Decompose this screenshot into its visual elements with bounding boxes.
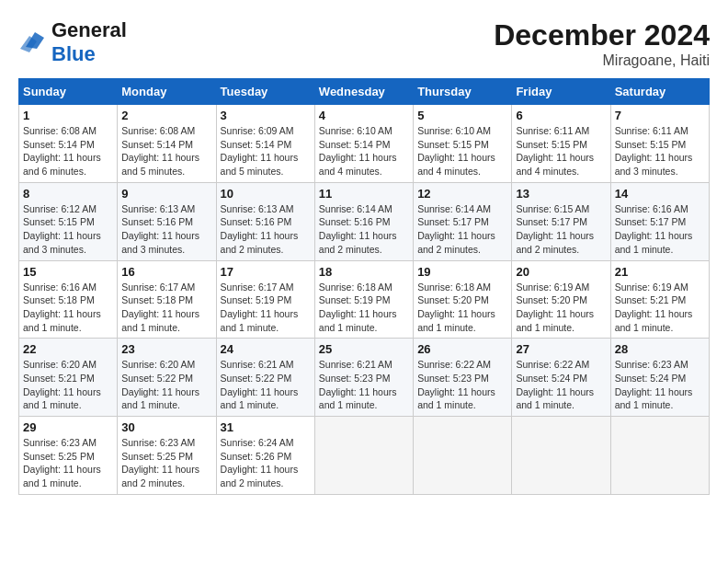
calendar-cell: 23Sunrise: 6:20 AMSunset: 5:22 PMDayligh… bbox=[118, 339, 216, 417]
day-info: Sunrise: 6:17 AMSunset: 5:18 PMDaylight:… bbox=[121, 281, 211, 335]
calendar-cell: 15Sunrise: 6:16 AMSunset: 5:18 PMDayligh… bbox=[19, 260, 118, 339]
day-number: 22 bbox=[23, 342, 113, 356]
calendar-cell: 9Sunrise: 6:13 AMSunset: 5:16 PMDaylight… bbox=[118, 182, 216, 260]
day-number: 14 bbox=[615, 187, 705, 201]
calendar-cell: 12Sunrise: 6:14 AMSunset: 5:17 PMDayligh… bbox=[414, 182, 512, 260]
day-info: Sunrise: 6:20 AMSunset: 5:21 PMDaylight:… bbox=[23, 358, 113, 412]
day-info: Sunrise: 6:23 AMSunset: 5:25 PMDaylight:… bbox=[23, 436, 113, 490]
day-info: Sunrise: 6:15 AMSunset: 5:17 PMDaylight:… bbox=[516, 202, 606, 257]
calendar-cell: 22Sunrise: 6:20 AMSunset: 5:21 PMDayligh… bbox=[19, 339, 118, 417]
day-info: Sunrise: 6:23 AMSunset: 5:25 PMDaylight:… bbox=[121, 436, 211, 490]
calendar-cell: 11Sunrise: 6:14 AMSunset: 5:16 PMDayligh… bbox=[314, 182, 413, 260]
day-number: 31 bbox=[221, 420, 311, 434]
calendar-cell: 30Sunrise: 6:23 AMSunset: 5:25 PMDayligh… bbox=[118, 417, 216, 495]
day-info: Sunrise: 6:19 AMSunset: 5:20 PMDaylight:… bbox=[516, 281, 606, 335]
day-number: 8 bbox=[23, 187, 113, 201]
day-info: Sunrise: 6:17 AMSunset: 5:19 PMDaylight:… bbox=[221, 281, 311, 335]
day-number: 19 bbox=[417, 265, 507, 279]
day-number: 23 bbox=[121, 342, 211, 356]
logo-icon bbox=[18, 29, 46, 56]
day-info: Sunrise: 6:08 AMSunset: 5:14 PMDaylight:… bbox=[23, 124, 113, 178]
day-number: 4 bbox=[319, 109, 409, 122]
calendar-cell bbox=[414, 417, 512, 495]
calendar-cell: 18Sunrise: 6:18 AMSunset: 5:19 PMDayligh… bbox=[314, 260, 413, 339]
calendar-cell: 6Sunrise: 6:11 AMSunset: 5:15 PMDaylight… bbox=[512, 105, 610, 183]
day-number: 5 bbox=[417, 109, 507, 122]
day-info: Sunrise: 6:14 AMSunset: 5:16 PMDaylight:… bbox=[319, 202, 409, 257]
calendar-week-3: 15Sunrise: 6:16 AMSunset: 5:18 PMDayligh… bbox=[19, 260, 710, 339]
day-number: 29 bbox=[23, 420, 113, 434]
day-info: Sunrise: 6:11 AMSunset: 5:15 PMDaylight:… bbox=[516, 124, 606, 178]
calendar-cell: 16Sunrise: 6:17 AMSunset: 5:18 PMDayligh… bbox=[118, 260, 216, 339]
day-number: 10 bbox=[221, 187, 311, 201]
column-header-wednesday: Wednesday bbox=[314, 79, 413, 105]
calendar-week-4: 22Sunrise: 6:20 AMSunset: 5:21 PMDayligh… bbox=[19, 339, 710, 417]
column-header-saturday: Saturday bbox=[610, 79, 709, 105]
day-number: 13 bbox=[516, 187, 606, 201]
calendar-cell: 24Sunrise: 6:21 AMSunset: 5:22 PMDayligh… bbox=[216, 339, 314, 417]
day-number: 28 bbox=[615, 342, 705, 356]
calendar-cell: 2Sunrise: 6:08 AMSunset: 5:14 PMDaylight… bbox=[118, 105, 216, 183]
day-info: Sunrise: 6:18 AMSunset: 5:20 PMDaylight:… bbox=[417, 281, 507, 335]
calendar-cell: 1Sunrise: 6:08 AMSunset: 5:14 PMDaylight… bbox=[19, 105, 118, 183]
title-area: December 2024 Miragoane, Haiti bbox=[494, 18, 710, 69]
day-info: Sunrise: 6:14 AMSunset: 5:17 PMDaylight:… bbox=[417, 202, 507, 257]
calendar-cell: 13Sunrise: 6:15 AMSunset: 5:17 PMDayligh… bbox=[512, 182, 610, 260]
day-info: Sunrise: 6:16 AMSunset: 5:17 PMDaylight:… bbox=[615, 202, 705, 257]
calendar-cell: 10Sunrise: 6:13 AMSunset: 5:16 PMDayligh… bbox=[216, 182, 314, 260]
calendar-header-row: SundayMondayTuesdayWednesdayThursdayFrid… bbox=[19, 79, 710, 105]
day-info: Sunrise: 6:12 AMSunset: 5:15 PMDaylight:… bbox=[23, 202, 113, 257]
logo: General Blue bbox=[18, 18, 127, 66]
calendar-cell: 26Sunrise: 6:22 AMSunset: 5:23 PMDayligh… bbox=[414, 339, 512, 417]
day-info: Sunrise: 6:22 AMSunset: 5:23 PMDaylight:… bbox=[417, 358, 507, 412]
calendar-cell: 5Sunrise: 6:10 AMSunset: 5:15 PMDaylight… bbox=[414, 105, 512, 183]
calendar-cell: 31Sunrise: 6:24 AMSunset: 5:26 PMDayligh… bbox=[216, 417, 314, 495]
day-info: Sunrise: 6:09 AMSunset: 5:14 PMDaylight:… bbox=[221, 124, 311, 178]
day-number: 9 bbox=[121, 187, 211, 201]
day-info: Sunrise: 6:13 AMSunset: 5:16 PMDaylight:… bbox=[121, 202, 211, 257]
column-header-thursday: Thursday bbox=[414, 79, 512, 105]
calendar-cell: 7Sunrise: 6:11 AMSunset: 5:15 PMDaylight… bbox=[610, 105, 709, 183]
day-number: 24 bbox=[221, 342, 311, 356]
day-info: Sunrise: 6:10 AMSunset: 5:14 PMDaylight:… bbox=[319, 124, 409, 178]
day-number: 15 bbox=[23, 265, 113, 279]
day-number: 18 bbox=[319, 265, 409, 279]
day-number: 2 bbox=[121, 109, 211, 122]
column-header-tuesday: Tuesday bbox=[216, 79, 314, 105]
day-number: 6 bbox=[516, 109, 606, 122]
column-header-friday: Friday bbox=[512, 79, 610, 105]
column-header-sunday: Sunday bbox=[19, 79, 118, 105]
day-number: 30 bbox=[121, 420, 211, 434]
calendar-cell: 25Sunrise: 6:21 AMSunset: 5:23 PMDayligh… bbox=[314, 339, 413, 417]
calendar-week-2: 8Sunrise: 6:12 AMSunset: 5:15 PMDaylight… bbox=[19, 182, 710, 260]
day-number: 27 bbox=[516, 342, 606, 356]
calendar-cell: 29Sunrise: 6:23 AMSunset: 5:25 PMDayligh… bbox=[19, 417, 118, 495]
logo-blue: Blue bbox=[51, 42, 96, 65]
day-info: Sunrise: 6:16 AMSunset: 5:18 PMDaylight:… bbox=[23, 281, 113, 335]
day-info: Sunrise: 6:13 AMSunset: 5:16 PMDaylight:… bbox=[221, 202, 311, 257]
calendar-week-1: 1Sunrise: 6:08 AMSunset: 5:14 PMDaylight… bbox=[19, 105, 710, 183]
calendar-cell: 21Sunrise: 6:19 AMSunset: 5:21 PMDayligh… bbox=[610, 260, 709, 339]
day-number: 20 bbox=[516, 265, 606, 279]
day-number: 25 bbox=[319, 342, 409, 356]
day-number: 17 bbox=[221, 265, 311, 279]
calendar-cell bbox=[314, 417, 413, 495]
calendar-table: SundayMondayTuesdayWednesdayThursdayFrid… bbox=[18, 78, 710, 495]
calendar-cell: 14Sunrise: 6:16 AMSunset: 5:17 PMDayligh… bbox=[610, 182, 709, 260]
calendar-cell: 8Sunrise: 6:12 AMSunset: 5:15 PMDaylight… bbox=[19, 182, 118, 260]
calendar-cell: 20Sunrise: 6:19 AMSunset: 5:20 PMDayligh… bbox=[512, 260, 610, 339]
day-number: 21 bbox=[615, 265, 705, 279]
day-info: Sunrise: 6:10 AMSunset: 5:15 PMDaylight:… bbox=[417, 124, 507, 178]
day-number: 11 bbox=[319, 187, 409, 201]
day-number: 16 bbox=[121, 265, 211, 279]
day-number: 26 bbox=[417, 342, 507, 356]
calendar-cell: 27Sunrise: 6:22 AMSunset: 5:24 PMDayligh… bbox=[512, 339, 610, 417]
day-info: Sunrise: 6:22 AMSunset: 5:24 PMDaylight:… bbox=[516, 358, 606, 412]
column-header-monday: Monday bbox=[118, 79, 216, 105]
calendar-cell: 4Sunrise: 6:10 AMSunset: 5:14 PMDaylight… bbox=[314, 105, 413, 183]
day-info: Sunrise: 6:23 AMSunset: 5:24 PMDaylight:… bbox=[615, 358, 705, 412]
logo-general: General bbox=[51, 18, 127, 42]
day-number: 12 bbox=[417, 187, 507, 201]
calendar-cell: 17Sunrise: 6:17 AMSunset: 5:19 PMDayligh… bbox=[216, 260, 314, 339]
day-number: 1 bbox=[23, 109, 113, 122]
